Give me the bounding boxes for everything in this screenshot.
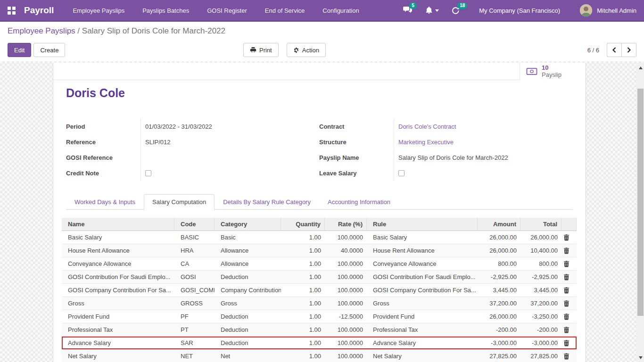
- edit-button[interactable]: Edit: [8, 43, 31, 57]
- app-title[interactable]: Payroll: [24, 5, 54, 16]
- cell-code: PF: [174, 313, 215, 320]
- print-button[interactable]: Print: [243, 43, 279, 57]
- tab-salary-computation[interactable]: Salary Computation: [144, 194, 215, 210]
- cell-total: 26,000.00: [520, 234, 561, 241]
- field-reference: Reference SLIP/012: [66, 134, 304, 150]
- delete-row-button[interactable]: [561, 353, 577, 360]
- scrollbar-down-arrow[interactable]: [637, 354, 644, 361]
- cell-rate: 100.0000: [325, 234, 367, 241]
- avatar[interactable]: [580, 4, 592, 16]
- table-row[interactable]: Conveyance AllowanceCAAllowance1.00100.0…: [62, 257, 577, 271]
- period-value: 01/03/2022 - 31/03/2022: [145, 123, 212, 130]
- cell-total: -3,250.00: [520, 313, 561, 320]
- column-header-rate[interactable]: Rate (%): [325, 218, 367, 230]
- cell-category: Basic: [215, 234, 281, 241]
- delete-row-button[interactable]: [561, 261, 577, 267]
- delete-row-button[interactable]: [561, 340, 577, 346]
- cell-total: -3,000.00: [520, 339, 561, 346]
- table-row[interactable]: House Rent AllowanceHRAAllowance1.0040.0…: [62, 244, 577, 257]
- vertical-scrollbar[interactable]: [637, 63, 644, 362]
- cell-category: Deduction: [215, 326, 281, 333]
- cell-quantity: 1.00: [281, 313, 325, 320]
- cell-rule: Conveyance Allowance: [367, 260, 478, 267]
- credit-note-checkbox[interactable]: [145, 170, 151, 176]
- column-header-code[interactable]: Code: [174, 218, 215, 230]
- breadcrumb-parent-link[interactable]: Employee Payslips: [8, 26, 75, 35]
- payslip-name-value: Salary Slip of Doris Cole for March-2022: [398, 154, 508, 161]
- notifications-button[interactable]: [425, 6, 439, 15]
- column-header-name[interactable]: Name: [62, 218, 174, 230]
- messages-badge: 5: [409, 2, 417, 9]
- reference-value: SLIP/012: [145, 139, 171, 146]
- company-switcher[interactable]: My Company (San Francisco): [479, 7, 560, 14]
- field-group-right: Contract Doris Cole's Contract Structure…: [319, 119, 576, 181]
- scrollbar-up-arrow[interactable]: [637, 64, 644, 71]
- menu-configuration[interactable]: Configuration: [322, 7, 359, 14]
- menu-end-of-service[interactable]: End of Service: [265, 7, 305, 14]
- create-button[interactable]: Create: [33, 43, 65, 57]
- table-row[interactable]: Provident FundPFDeduction1.00-12.5000Pro…: [62, 310, 577, 323]
- menu-employee-payslips[interactable]: Employee Payslips: [73, 7, 124, 14]
- menu-gosi-register[interactable]: GOSI Register: [207, 7, 247, 14]
- user-menu[interactable]: Mitchell Admin: [597, 7, 636, 14]
- leave-salary-checkbox[interactable]: [398, 170, 405, 176]
- cell-quantity: 1.00: [281, 287, 325, 294]
- activities-button[interactable]: 18: [451, 6, 460, 15]
- table-row[interactable]: GrossGROSSGross1.00100.0000Gross37,200.0…: [62, 297, 577, 310]
- column-header-quantity[interactable]: Quantity: [281, 218, 325, 230]
- delete-row-button[interactable]: [561, 300, 577, 307]
- cell-category: Gross: [215, 300, 281, 307]
- column-header-total[interactable]: Total: [520, 218, 561, 230]
- cell-total: 27,825.00: [520, 353, 561, 360]
- activities-badge: 18: [457, 2, 467, 9]
- action-button[interactable]: Action: [287, 43, 326, 57]
- delete-row-button[interactable]: [561, 234, 577, 241]
- table-row[interactable]: Basic SalaryBASICBasic1.00100.0000Basic …: [62, 231, 577, 244]
- breadcrumb-separator: /: [75, 26, 82, 35]
- pager-next-button[interactable]: [621, 43, 636, 57]
- cell-code: HRA: [174, 247, 215, 254]
- cell-rule: Professional Tax: [367, 326, 478, 333]
- cell-name: GOSI Company Contribution For Sa...: [62, 287, 174, 294]
- cell-quantity: 1.00: [281, 234, 325, 241]
- pager-previous-button[interactable]: [607, 43, 621, 57]
- column-header-rule[interactable]: Rule: [367, 218, 478, 230]
- menu-payslips-batches[interactable]: Payslips Batches: [142, 7, 189, 14]
- cell-code: BASIC: [174, 234, 215, 241]
- delete-row-button[interactable]: [561, 287, 577, 294]
- cell-category: Deduction: [215, 313, 281, 320]
- payslip-smart-button[interactable]: 10 Payslip: [520, 63, 586, 80]
- cell-rule: Gross: [367, 300, 478, 307]
- table-row[interactable]: Professional TaxPTDeduction1.00100.0000P…: [62, 323, 577, 337]
- delete-row-button[interactable]: [561, 313, 577, 320]
- cell-amount: 26,000.00: [478, 247, 520, 254]
- form-sheet: 10 Payslip Doris Cole Period 01/03/2022 …: [53, 63, 586, 362]
- cell-quantity: 1.00: [281, 339, 325, 346]
- table-row[interactable]: GOSI Contribution For Saudi Emplo...GOSI…: [62, 271, 577, 284]
- cell-name: Advance Salary: [62, 339, 174, 346]
- cell-amount: 26,000.00: [478, 234, 520, 241]
- delete-row-button[interactable]: [561, 247, 577, 254]
- column-header-category[interactable]: Category: [215, 218, 281, 230]
- table-row[interactable]: Advance SalarySARDeduction1.00100.0000Ad…: [62, 337, 577, 350]
- tab-worked-days-inputs[interactable]: Worked Days & Inputs: [66, 194, 144, 210]
- structure-link[interactable]: Marketing Executive: [398, 139, 454, 146]
- table-row[interactable]: Net SalaryNETNet1.00100.0000Net Salary27…: [62, 350, 577, 362]
- column-header-amount[interactable]: Amount: [478, 218, 520, 230]
- messages-button[interactable]: 5: [403, 6, 413, 15]
- cell-code: GOSI_COMP: [174, 287, 215, 294]
- table-row[interactable]: GOSI Company Contribution For Sa...GOSI_…: [62, 284, 577, 297]
- cell-quantity: 1.00: [281, 247, 325, 254]
- delete-row-button[interactable]: [561, 327, 577, 333]
- contract-link[interactable]: Doris Cole's Contract: [398, 123, 456, 130]
- cell-rule: GOSI Contribution For Saudi Emplo...: [367, 273, 478, 280]
- cell-rate: 100.0000: [325, 300, 367, 307]
- delete-row-button[interactable]: [561, 274, 577, 280]
- tab-details-by-salary-rule-category[interactable]: Details By Salary Rule Category: [215, 194, 319, 210]
- tab-accounting-information[interactable]: Accounting Information: [319, 194, 399, 210]
- scrollbar-thumb[interactable]: [637, 89, 644, 316]
- cell-rate: -12.5000: [325, 313, 367, 320]
- apps-menu-icon[interactable]: [8, 7, 16, 15]
- pager-counter: 6 / 6: [587, 47, 599, 54]
- cell-amount: -200.00: [478, 326, 520, 333]
